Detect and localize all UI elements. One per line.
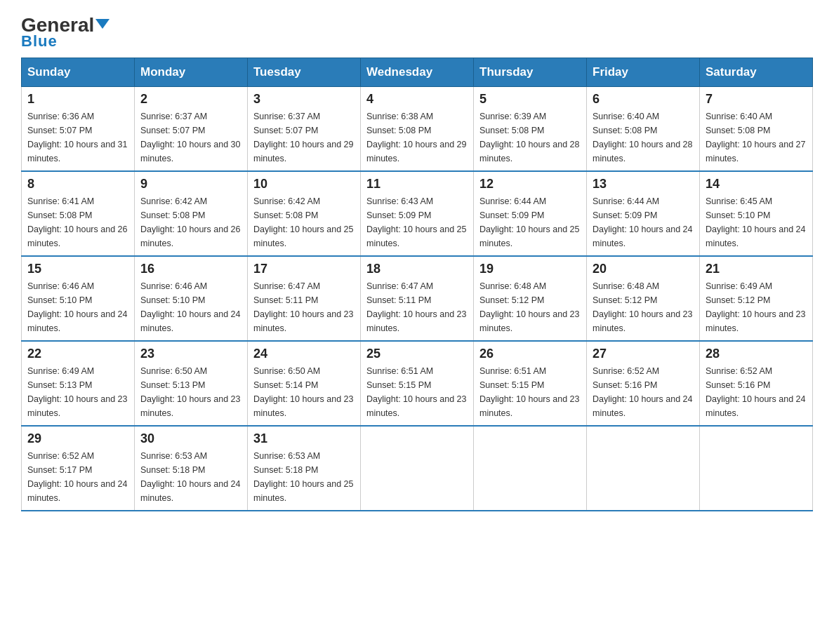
day-info: Sunrise: 6:45 AM Sunset: 5:10 PM Dayligh… [706, 194, 807, 250]
day-number: 18 [366, 262, 468, 276]
day-info: Sunrise: 6:36 AM Sunset: 5:07 PM Dayligh… [27, 109, 128, 166]
calendar-day-cell: 31 Sunrise: 6:53 AM Sunset: 5:18 PM Dayl… [248, 426, 361, 511]
day-number: 7 [706, 92, 807, 107]
day-number: 15 [27, 262, 128, 276]
day-number: 11 [366, 177, 468, 192]
calendar-day-cell: 2 Sunrise: 6:37 AM Sunset: 5:07 PM Dayli… [135, 87, 248, 172]
weekday-header-row: SundayMondayTuesdayWednesdayThursdayFrid… [22, 58, 813, 87]
calendar-day-cell: 21 Sunrise: 6:49 AM Sunset: 5:12 PM Dayl… [700, 256, 813, 341]
day-number: 30 [140, 431, 241, 446]
day-number: 5 [479, 92, 581, 107]
weekday-header-friday: Friday [587, 58, 700, 87]
day-number: 12 [479, 177, 581, 192]
day-info: Sunrise: 6:44 AM Sunset: 5:09 PM Dayligh… [593, 194, 694, 250]
day-info: Sunrise: 6:37 AM Sunset: 5:07 PM Dayligh… [253, 109, 355, 166]
logo-triangle-icon [95, 19, 110, 29]
day-info: Sunrise: 6:53 AM Sunset: 5:18 PM Dayligh… [253, 449, 355, 505]
calendar-week-row: 8 Sunrise: 6:41 AM Sunset: 5:08 PM Dayli… [22, 171, 813, 256]
day-number: 16 [140, 262, 241, 276]
day-info: Sunrise: 6:52 AM Sunset: 5:16 PM Dayligh… [593, 364, 694, 420]
calendar-day-cell: 11 Sunrise: 6:43 AM Sunset: 5:09 PM Dayl… [361, 171, 474, 256]
calendar-day-cell: 14 Sunrise: 6:45 AM Sunset: 5:10 PM Dayl… [700, 171, 813, 256]
calendar-day-cell: 17 Sunrise: 6:47 AM Sunset: 5:11 PM Dayl… [248, 256, 361, 341]
weekday-header-wednesday: Wednesday [361, 58, 474, 87]
calendar-day-cell: 3 Sunrise: 6:37 AM Sunset: 5:07 PM Dayli… [248, 87, 361, 172]
day-info: Sunrise: 6:47 AM Sunset: 5:11 PM Dayligh… [253, 279, 355, 335]
day-number: 20 [593, 262, 694, 276]
calendar-day-cell: 16 Sunrise: 6:46 AM Sunset: 5:10 PM Dayl… [135, 256, 248, 341]
day-info: Sunrise: 6:49 AM Sunset: 5:12 PM Dayligh… [706, 279, 807, 335]
day-number: 28 [706, 347, 807, 361]
day-number: 19 [479, 262, 581, 276]
day-number: 8 [27, 177, 128, 192]
day-number: 22 [27, 347, 128, 361]
calendar-day-cell: 8 Sunrise: 6:41 AM Sunset: 5:08 PM Dayli… [22, 171, 135, 256]
day-info: Sunrise: 6:49 AM Sunset: 5:13 PM Dayligh… [27, 364, 128, 420]
calendar-day-cell: 26 Sunrise: 6:51 AM Sunset: 5:15 PM Dayl… [474, 341, 587, 426]
day-number: 29 [27, 431, 128, 446]
calendar-week-row: 29 Sunrise: 6:52 AM Sunset: 5:17 PM Dayl… [22, 426, 813, 511]
calendar-day-cell: 9 Sunrise: 6:42 AM Sunset: 5:08 PM Dayli… [135, 171, 248, 256]
day-number: 26 [479, 347, 581, 361]
day-info: Sunrise: 6:52 AM Sunset: 5:17 PM Dayligh… [27, 449, 128, 505]
day-number: 17 [253, 262, 355, 276]
day-info: Sunrise: 6:38 AM Sunset: 5:08 PM Dayligh… [366, 109, 468, 166]
day-number: 25 [366, 347, 468, 361]
day-info: Sunrise: 6:47 AM Sunset: 5:11 PM Dayligh… [366, 279, 468, 335]
calendar-day-cell: 23 Sunrise: 6:50 AM Sunset: 5:13 PM Dayl… [135, 341, 248, 426]
day-number: 1 [27, 92, 128, 107]
day-info: Sunrise: 6:40 AM Sunset: 5:08 PM Dayligh… [706, 109, 807, 166]
calendar-day-cell: 30 Sunrise: 6:53 AM Sunset: 5:18 PM Dayl… [135, 426, 248, 511]
calendar-day-cell: 20 Sunrise: 6:48 AM Sunset: 5:12 PM Dayl… [587, 256, 700, 341]
weekday-header-sunday: Sunday [22, 58, 135, 87]
calendar-week-row: 15 Sunrise: 6:46 AM Sunset: 5:10 PM Dayl… [22, 256, 813, 341]
logo-blue: Blue [21, 32, 58, 51]
calendar-day-cell: 18 Sunrise: 6:47 AM Sunset: 5:11 PM Dayl… [361, 256, 474, 341]
calendar-day-cell: 1 Sunrise: 6:36 AM Sunset: 5:07 PM Dayli… [22, 87, 135, 172]
day-info: Sunrise: 6:50 AM Sunset: 5:14 PM Dayligh… [253, 364, 355, 420]
calendar-table: SundayMondayTuesdayWednesdayThursdayFrid… [21, 58, 813, 511]
calendar-day-cell: 6 Sunrise: 6:40 AM Sunset: 5:08 PM Dayli… [587, 87, 700, 172]
day-info: Sunrise: 6:39 AM Sunset: 5:08 PM Dayligh… [479, 109, 581, 166]
weekday-header-saturday: Saturday [700, 58, 813, 87]
day-number: 24 [253, 347, 355, 361]
day-info: Sunrise: 6:46 AM Sunset: 5:10 PM Dayligh… [27, 279, 128, 335]
calendar-day-cell [587, 426, 700, 511]
day-number: 27 [593, 347, 694, 361]
calendar-day-cell: 25 Sunrise: 6:51 AM Sunset: 5:15 PM Dayl… [361, 341, 474, 426]
calendar-day-cell: 27 Sunrise: 6:52 AM Sunset: 5:16 PM Dayl… [587, 341, 700, 426]
day-info: Sunrise: 6:43 AM Sunset: 5:09 PM Dayligh… [366, 194, 468, 250]
calendar-day-cell: 13 Sunrise: 6:44 AM Sunset: 5:09 PM Dayl… [587, 171, 700, 256]
calendar-day-cell: 15 Sunrise: 6:46 AM Sunset: 5:10 PM Dayl… [22, 256, 135, 341]
weekday-header-tuesday: Tuesday [248, 58, 361, 87]
day-info: Sunrise: 6:48 AM Sunset: 5:12 PM Dayligh… [593, 279, 694, 335]
day-info: Sunrise: 6:42 AM Sunset: 5:08 PM Dayligh… [140, 194, 241, 250]
calendar-day-cell: 29 Sunrise: 6:52 AM Sunset: 5:17 PM Dayl… [22, 426, 135, 511]
day-number: 23 [140, 347, 241, 361]
calendar-day-cell: 19 Sunrise: 6:48 AM Sunset: 5:12 PM Dayl… [474, 256, 587, 341]
day-info: Sunrise: 6:53 AM Sunset: 5:18 PM Dayligh… [140, 449, 241, 505]
calendar-week-row: 22 Sunrise: 6:49 AM Sunset: 5:13 PM Dayl… [22, 341, 813, 426]
day-number: 2 [140, 92, 241, 107]
day-number: 9 [140, 177, 241, 192]
calendar-day-cell: 7 Sunrise: 6:40 AM Sunset: 5:08 PM Dayli… [700, 87, 813, 172]
day-info: Sunrise: 6:42 AM Sunset: 5:08 PM Dayligh… [253, 194, 355, 250]
calendar-day-cell [474, 426, 587, 511]
calendar-day-cell: 5 Sunrise: 6:39 AM Sunset: 5:08 PM Dayli… [474, 87, 587, 172]
weekday-header-thursday: Thursday [474, 58, 587, 87]
weekday-header-monday: Monday [135, 58, 248, 87]
day-info: Sunrise: 6:46 AM Sunset: 5:10 PM Dayligh… [140, 279, 241, 335]
day-number: 21 [706, 262, 807, 276]
day-number: 31 [253, 431, 355, 446]
day-info: Sunrise: 6:50 AM Sunset: 5:13 PM Dayligh… [140, 364, 241, 420]
day-number: 4 [366, 92, 468, 107]
calendar-day-cell [361, 426, 474, 511]
calendar-day-cell: 4 Sunrise: 6:38 AM Sunset: 5:08 PM Dayli… [361, 87, 474, 172]
calendar-day-cell [700, 426, 813, 511]
day-info: Sunrise: 6:52 AM Sunset: 5:16 PM Dayligh… [706, 364, 807, 420]
logo: General Blue [21, 14, 110, 51]
calendar-day-cell: 22 Sunrise: 6:49 AM Sunset: 5:13 PM Dayl… [22, 341, 135, 426]
day-info: Sunrise: 6:41 AM Sunset: 5:08 PM Dayligh… [27, 194, 128, 250]
day-info: Sunrise: 6:37 AM Sunset: 5:07 PM Dayligh… [140, 109, 241, 166]
calendar-day-cell: 12 Sunrise: 6:44 AM Sunset: 5:09 PM Dayl… [474, 171, 587, 256]
